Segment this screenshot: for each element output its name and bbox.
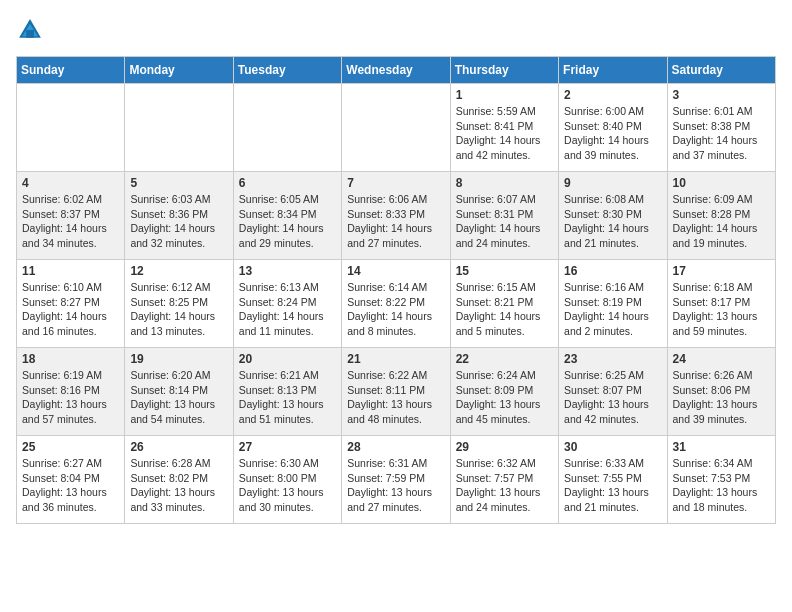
calendar-cell: 16Sunrise: 6:16 AMSunset: 8:19 PMDayligh… <box>559 260 667 348</box>
calendar-week-row: 11Sunrise: 6:10 AMSunset: 8:27 PMDayligh… <box>17 260 776 348</box>
calendar-cell: 23Sunrise: 6:25 AMSunset: 8:07 PMDayligh… <box>559 348 667 436</box>
day-number: 7 <box>347 176 444 190</box>
calendar-week-row: 4Sunrise: 6:02 AMSunset: 8:37 PMDaylight… <box>17 172 776 260</box>
day-number: 1 <box>456 88 553 102</box>
calendar-cell: 15Sunrise: 6:15 AMSunset: 8:21 PMDayligh… <box>450 260 558 348</box>
day-info: Sunrise: 6:19 AMSunset: 8:16 PMDaylight:… <box>22 368 119 427</box>
calendar-cell: 31Sunrise: 6:34 AMSunset: 7:53 PMDayligh… <box>667 436 775 524</box>
day-number: 2 <box>564 88 661 102</box>
day-header-tuesday: Tuesday <box>233 57 341 84</box>
day-info: Sunrise: 6:31 AMSunset: 7:59 PMDaylight:… <box>347 456 444 515</box>
day-info: Sunrise: 6:16 AMSunset: 8:19 PMDaylight:… <box>564 280 661 339</box>
calendar-cell: 12Sunrise: 6:12 AMSunset: 8:25 PMDayligh… <box>125 260 233 348</box>
page-header <box>16 16 776 44</box>
calendar-cell: 28Sunrise: 6:31 AMSunset: 7:59 PMDayligh… <box>342 436 450 524</box>
day-number: 28 <box>347 440 444 454</box>
logo <box>16 16 48 44</box>
day-number: 3 <box>673 88 770 102</box>
calendar-cell: 25Sunrise: 6:27 AMSunset: 8:04 PMDayligh… <box>17 436 125 524</box>
calendar-cell: 26Sunrise: 6:28 AMSunset: 8:02 PMDayligh… <box>125 436 233 524</box>
day-info: Sunrise: 6:14 AMSunset: 8:22 PMDaylight:… <box>347 280 444 339</box>
calendar-cell: 5Sunrise: 6:03 AMSunset: 8:36 PMDaylight… <box>125 172 233 260</box>
day-info: Sunrise: 6:15 AMSunset: 8:21 PMDaylight:… <box>456 280 553 339</box>
day-info: Sunrise: 6:05 AMSunset: 8:34 PMDaylight:… <box>239 192 336 251</box>
calendar-cell: 1Sunrise: 5:59 AMSunset: 8:41 PMDaylight… <box>450 84 558 172</box>
day-info: Sunrise: 6:30 AMSunset: 8:00 PMDaylight:… <box>239 456 336 515</box>
calendar-cell: 30Sunrise: 6:33 AMSunset: 7:55 PMDayligh… <box>559 436 667 524</box>
day-info: Sunrise: 6:21 AMSunset: 8:13 PMDaylight:… <box>239 368 336 427</box>
day-header-wednesday: Wednesday <box>342 57 450 84</box>
calendar-cell: 3Sunrise: 6:01 AMSunset: 8:38 PMDaylight… <box>667 84 775 172</box>
calendar-cell: 18Sunrise: 6:19 AMSunset: 8:16 PMDayligh… <box>17 348 125 436</box>
calendar-week-row: 1Sunrise: 5:59 AMSunset: 8:41 PMDaylight… <box>17 84 776 172</box>
day-info: Sunrise: 6:06 AMSunset: 8:33 PMDaylight:… <box>347 192 444 251</box>
day-number: 27 <box>239 440 336 454</box>
calendar-cell: 22Sunrise: 6:24 AMSunset: 8:09 PMDayligh… <box>450 348 558 436</box>
day-info: Sunrise: 6:10 AMSunset: 8:27 PMDaylight:… <box>22 280 119 339</box>
day-number: 17 <box>673 264 770 278</box>
calendar-cell: 11Sunrise: 6:10 AMSunset: 8:27 PMDayligh… <box>17 260 125 348</box>
day-number: 18 <box>22 352 119 366</box>
day-info: Sunrise: 6:13 AMSunset: 8:24 PMDaylight:… <box>239 280 336 339</box>
calendar-cell <box>17 84 125 172</box>
calendar-cell: 13Sunrise: 6:13 AMSunset: 8:24 PMDayligh… <box>233 260 341 348</box>
day-number: 15 <box>456 264 553 278</box>
day-header-monday: Monday <box>125 57 233 84</box>
day-number: 30 <box>564 440 661 454</box>
day-info: Sunrise: 6:00 AMSunset: 8:40 PMDaylight:… <box>564 104 661 163</box>
calendar-table: SundayMondayTuesdayWednesdayThursdayFrid… <box>16 56 776 524</box>
day-info: Sunrise: 6:09 AMSunset: 8:28 PMDaylight:… <box>673 192 770 251</box>
day-number: 5 <box>130 176 227 190</box>
day-info: Sunrise: 6:33 AMSunset: 7:55 PMDaylight:… <box>564 456 661 515</box>
day-header-thursday: Thursday <box>450 57 558 84</box>
calendar-cell: 27Sunrise: 6:30 AMSunset: 8:00 PMDayligh… <box>233 436 341 524</box>
day-number: 29 <box>456 440 553 454</box>
day-info: Sunrise: 6:32 AMSunset: 7:57 PMDaylight:… <box>456 456 553 515</box>
calendar-cell: 14Sunrise: 6:14 AMSunset: 8:22 PMDayligh… <box>342 260 450 348</box>
day-number: 4 <box>22 176 119 190</box>
day-header-saturday: Saturday <box>667 57 775 84</box>
day-number: 19 <box>130 352 227 366</box>
day-info: Sunrise: 6:01 AMSunset: 8:38 PMDaylight:… <box>673 104 770 163</box>
day-info: Sunrise: 6:24 AMSunset: 8:09 PMDaylight:… <box>456 368 553 427</box>
calendar-cell: 9Sunrise: 6:08 AMSunset: 8:30 PMDaylight… <box>559 172 667 260</box>
day-info: Sunrise: 5:59 AMSunset: 8:41 PMDaylight:… <box>456 104 553 163</box>
day-info: Sunrise: 6:27 AMSunset: 8:04 PMDaylight:… <box>22 456 119 515</box>
day-number: 21 <box>347 352 444 366</box>
day-header-sunday: Sunday <box>17 57 125 84</box>
calendar-cell: 8Sunrise: 6:07 AMSunset: 8:31 PMDaylight… <box>450 172 558 260</box>
day-info: Sunrise: 6:22 AMSunset: 8:11 PMDaylight:… <box>347 368 444 427</box>
calendar-cell: 7Sunrise: 6:06 AMSunset: 8:33 PMDaylight… <box>342 172 450 260</box>
calendar-cell <box>125 84 233 172</box>
day-number: 8 <box>456 176 553 190</box>
calendar-cell: 21Sunrise: 6:22 AMSunset: 8:11 PMDayligh… <box>342 348 450 436</box>
calendar-cell: 24Sunrise: 6:26 AMSunset: 8:06 PMDayligh… <box>667 348 775 436</box>
day-info: Sunrise: 6:02 AMSunset: 8:37 PMDaylight:… <box>22 192 119 251</box>
calendar-cell: 10Sunrise: 6:09 AMSunset: 8:28 PMDayligh… <box>667 172 775 260</box>
day-number: 26 <box>130 440 227 454</box>
calendar-cell: 29Sunrise: 6:32 AMSunset: 7:57 PMDayligh… <box>450 436 558 524</box>
calendar-cell: 19Sunrise: 6:20 AMSunset: 8:14 PMDayligh… <box>125 348 233 436</box>
day-info: Sunrise: 6:28 AMSunset: 8:02 PMDaylight:… <box>130 456 227 515</box>
day-number: 12 <box>130 264 227 278</box>
calendar-cell <box>233 84 341 172</box>
day-header-friday: Friday <box>559 57 667 84</box>
day-number: 31 <box>673 440 770 454</box>
svg-rect-2 <box>26 30 34 38</box>
calendar-cell: 4Sunrise: 6:02 AMSunset: 8:37 PMDaylight… <box>17 172 125 260</box>
day-info: Sunrise: 6:20 AMSunset: 8:14 PMDaylight:… <box>130 368 227 427</box>
day-number: 23 <box>564 352 661 366</box>
day-number: 13 <box>239 264 336 278</box>
day-number: 11 <box>22 264 119 278</box>
calendar-cell: 17Sunrise: 6:18 AMSunset: 8:17 PMDayligh… <box>667 260 775 348</box>
day-info: Sunrise: 6:12 AMSunset: 8:25 PMDaylight:… <box>130 280 227 339</box>
calendar-week-row: 25Sunrise: 6:27 AMSunset: 8:04 PMDayligh… <box>17 436 776 524</box>
calendar-cell: 2Sunrise: 6:00 AMSunset: 8:40 PMDaylight… <box>559 84 667 172</box>
calendar-week-row: 18Sunrise: 6:19 AMSunset: 8:16 PMDayligh… <box>17 348 776 436</box>
calendar-header-row: SundayMondayTuesdayWednesdayThursdayFrid… <box>17 57 776 84</box>
day-number: 22 <box>456 352 553 366</box>
day-number: 10 <box>673 176 770 190</box>
day-number: 24 <box>673 352 770 366</box>
day-number: 16 <box>564 264 661 278</box>
day-number: 20 <box>239 352 336 366</box>
